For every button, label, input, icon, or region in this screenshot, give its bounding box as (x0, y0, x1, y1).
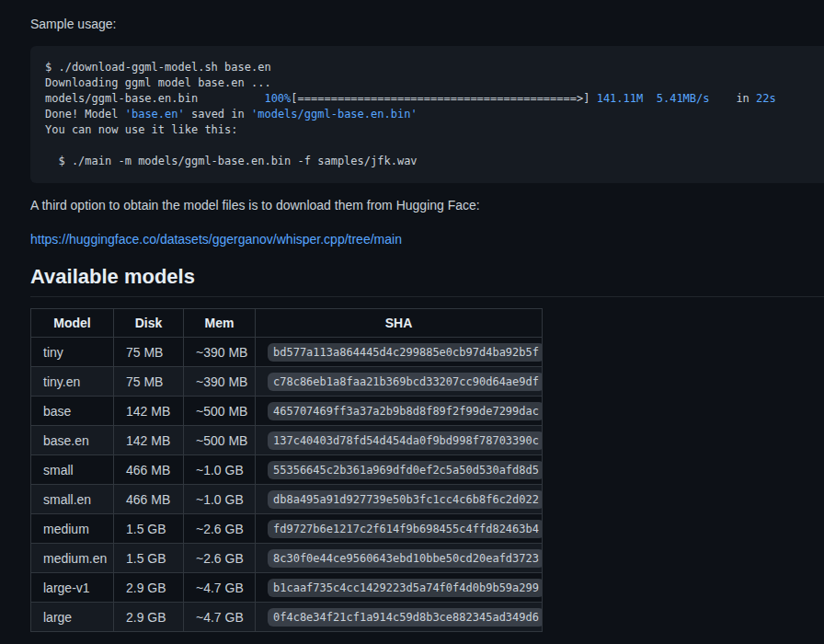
mem-cell: ~2.6 GB (184, 514, 256, 544)
sha-cell: b1caaf735c4cc1429223d5a74f0f4d0b9b59a299 (256, 573, 543, 603)
terminal-code: $ ./download-ggml-model.sh base.enDownlo… (45, 60, 824, 169)
disk-cell: 2.9 GB (114, 573, 184, 603)
code-text: $ ./download-ggml-model.sh base.en (45, 61, 271, 74)
sha-cell: 8c30f0e44ce9560643ebd10bbe50cd20eafd3723 (256, 544, 543, 573)
model-cell: tiny.en (31, 367, 114, 397)
sha-cell: fd9727b6e1217c2f614f9b698455c4ffd82463b4 (256, 514, 543, 544)
sha-cell: bd577a113a864445d4c299885e0cb97d4ba92b5f (256, 338, 543, 367)
disk-cell: 466 MB (114, 485, 184, 514)
model-cell: base.en (31, 426, 114, 455)
disk-cell: 75 MB (114, 338, 184, 367)
column-header-disk: Disk (114, 309, 184, 338)
sha-cell: 0f4c8e34f21cf1a914c59d8b3ce882345ad349d6 (256, 603, 543, 632)
disk-cell: 142 MB (114, 426, 184, 455)
sha-code-span: 137c40403d78fd54d454da0f9bd998f78703390c (268, 431, 543, 450)
code-text: Downloading ggml model base.en ... (45, 76, 271, 89)
link-paragraph: https://huggingface.co/datasets/ggergano… (30, 230, 824, 249)
table-header-row: ModelDiskMemSHA (31, 309, 543, 338)
sha-code-span: 0f4c8e34f21cf1a914c59d8b3ce882345ad349d6 (268, 608, 543, 627)
disk-cell: 2.9 GB (114, 603, 184, 632)
table-row: medium.en1.5 GB~2.6 GB8c30f0e44ce9560643… (31, 544, 543, 573)
sha-code-span: 55356645c2b361a969dfd0ef2c5a50d530afd8d5 (268, 461, 543, 479)
code-highlight-text: 'base.en' (125, 108, 185, 121)
table-row: large-v12.9 GB~4.7 GBb1caaf735c4cc142922… (31, 573, 543, 603)
model-cell: medium.en (31, 544, 114, 573)
code-block: $ ./download-ggml-model.sh base.enDownlo… (30, 46, 824, 183)
mem-cell: ~1.0 GB (184, 455, 256, 485)
sha-code-span: 465707469ff3a37a2b9b8d8f89f2f99de7299dac (268, 402, 543, 420)
terminal-line: Downloading ggml model base.en ... (45, 75, 824, 91)
code-highlight-text: 'models/ggml-base.en.bin' (251, 108, 418, 121)
sha-cell: 137c40403d78fd54d454da0f9bd998f78703390c (256, 426, 543, 455)
model-cell: large (31, 603, 114, 632)
terminal-line: Done! Model 'base.en' saved in 'models/g… (45, 107, 824, 122)
mem-cell: ~500 MB (184, 397, 256, 426)
terminal-line: You can now use it like this: (45, 122, 824, 138)
column-header-mem: Mem (184, 309, 256, 338)
terminal-line: $ ./download-ggml-model.sh base.en (45, 60, 824, 75)
mem-cell: ~500 MB (184, 426, 256, 455)
table-row: large2.9 GB~4.7 GB0f4c8e34f21cf1a914c59d… (31, 603, 543, 632)
table-row: tiny75 MB~390 MBbd577a113a864445d4c29988… (31, 338, 543, 367)
code-highlight-text: 22s (756, 92, 776, 105)
model-cell: small (31, 455, 114, 485)
sha-code-span: b1caaf735c4cc1429223d5a74f0f4d0b9b59a299 (268, 579, 543, 597)
code-highlight-text: 141.11M (597, 92, 644, 105)
disk-cell: 142 MB (114, 397, 184, 426)
code-highlight-text: 5.41MB/s (657, 92, 710, 105)
table-row: tiny.en75 MB~390 MBc78c86eb1a8faa21b369b… (31, 367, 543, 397)
code-text: Done! Model (45, 108, 125, 121)
disk-cell: 466 MB (114, 455, 184, 485)
model-cell: large-v1 (31, 573, 114, 603)
sha-code-span: db8a495a91d927739e50b3fc1cc4c6b8f6c2d022 (268, 490, 543, 509)
column-header-model: Model (31, 309, 114, 338)
code-text (45, 139, 52, 152)
sha-code-span: 8c30f0e44ce9560643ebd10bbe50cd20eafd3723 (268, 549, 543, 568)
sha-code-span: fd9727b6e1217c2f614f9b698455c4ffd82463b4 (268, 520, 543, 538)
code-text: You can now use it like this: (45, 123, 238, 136)
terminal-line: models/ggml-base.en.bin 100%[===========… (45, 91, 824, 107)
huggingface-link[interactable]: https://huggingface.co/datasets/ggergano… (30, 232, 402, 247)
sha-cell: 465707469ff3a37a2b9b8d8f89f2f99de7299dac (256, 397, 543, 426)
model-cell: small.en (31, 485, 114, 514)
sample-usage-text: Sample usage: (30, 15, 824, 33)
mem-cell: ~4.7 GB (184, 603, 256, 632)
table-row: base142 MB~500 MB465707469ff3a37a2b9b8d8… (31, 397, 543, 426)
model-cell: tiny (31, 338, 114, 367)
models-table: ModelDiskMemSHA tiny75 MB~390 MBbd577a11… (30, 308, 543, 632)
readme-content: Sample usage: $ ./download-ggml-model.sh… (0, 0, 824, 632)
code-text: models/ggml-base.en.bin (45, 92, 264, 105)
mem-cell: ~2.6 GB (184, 544, 256, 573)
disk-cell: 75 MB (114, 367, 184, 397)
code-highlight-text: 100% (264, 92, 291, 105)
mem-cell: ~1.0 GB (184, 485, 256, 514)
mem-cell: ~390 MB (184, 367, 256, 397)
model-cell: medium (31, 514, 114, 544)
table-row: small.en466 MB~1.0 GBdb8a495a91d927739e5… (31, 485, 543, 514)
code-text (643, 92, 656, 105)
model-cell: base (31, 397, 114, 426)
disk-cell: 1.5 GB (114, 544, 184, 573)
sha-code-span: c78c86eb1a8faa21b369bcd33207cc90d64ae9df (268, 373, 543, 391)
terminal-line: $ ./main -m models/ggml-base.en.bin -f s… (45, 154, 824, 169)
column-header-sha: SHA (256, 309, 543, 338)
table-row: medium1.5 GB~2.6 GBfd9727b6e1217c2f614f9… (31, 514, 543, 544)
sha-cell: db8a495a91d927739e50b3fc1cc4c6b8f6c2d022 (256, 485, 543, 514)
code-text: [=======================================… (291, 92, 596, 105)
table-row: small466 MB~1.0 GB55356645c2b361a969dfd0… (31, 455, 543, 485)
table-row: base.en142 MB~500 MB137c40403d78fd54d454… (31, 426, 543, 455)
mem-cell: ~390 MB (184, 338, 256, 367)
sha-cell: c78c86eb1a8faa21b369bcd33207cc90d64ae9df (256, 367, 543, 397)
sha-cell: 55356645c2b361a969dfd0ef2c5a50d530afd8d5 (256, 455, 543, 485)
third-option-text: A third option to obtain the model files… (30, 196, 824, 215)
code-text: $ ./main -m models/ggml-base.en.bin -f s… (45, 155, 418, 167)
mem-cell: ~4.7 GB (184, 573, 256, 603)
sha-code-span: bd577a113a864445d4c299885e0cb97d4ba92b5f (268, 343, 543, 362)
available-models-heading: Available models (30, 264, 824, 297)
terminal-line (45, 138, 824, 154)
models-table-body: tiny75 MB~390 MBbd577a113a864445d4c29988… (31, 338, 543, 632)
code-text: in (710, 92, 757, 105)
disk-cell: 1.5 GB (114, 514, 184, 544)
code-text: saved in (185, 108, 251, 121)
